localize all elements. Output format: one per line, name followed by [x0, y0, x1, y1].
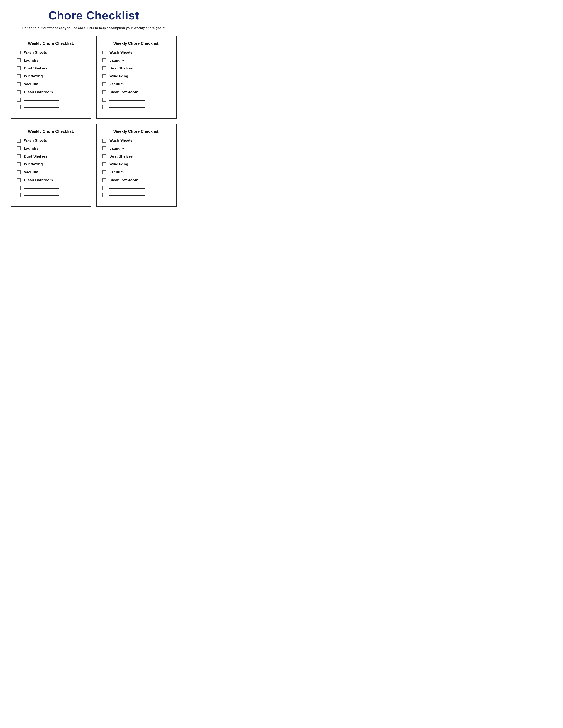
checklist-items-1: Wash Sheets Laundry Dust Shelves Windexi… — [17, 50, 85, 109]
list-item-blank — [102, 98, 171, 102]
list-item: Dust Shelves — [102, 66, 171, 71]
list-item: Windexing — [102, 162, 171, 167]
list-item: Windexing — [102, 74, 171, 79]
list-item: Vacuum — [17, 170, 85, 174]
list-item: Laundry — [17, 146, 85, 151]
list-item: Dust Shelves — [102, 154, 171, 159]
item-label: Clean Bathroom — [109, 178, 138, 182]
item-label: Windexing — [24, 74, 43, 79]
checkbox[interactable] — [102, 74, 106, 78]
checkbox[interactable] — [17, 51, 21, 54]
checkbox[interactable] — [102, 193, 106, 197]
checkbox[interactable] — [17, 186, 21, 190]
list-item: Laundry — [17, 58, 85, 63]
list-item-blank — [102, 193, 171, 197]
card-1-title: Weekly Chore Checklist: — [17, 41, 85, 46]
checkbox[interactable] — [17, 82, 21, 86]
checkbox[interactable] — [17, 90, 21, 94]
checkbox[interactable] — [102, 51, 106, 54]
item-label: Windexing — [109, 74, 128, 79]
checkbox[interactable] — [102, 146, 106, 150]
card-2-title: Weekly Chore Checklist: — [102, 41, 171, 46]
checklist-card-3: Weekly Chore Checklist: Wash Sheets Laun… — [11, 124, 91, 207]
page-title: Chore Checklist — [11, 9, 177, 22]
checkbox[interactable] — [17, 178, 21, 182]
list-item: Vacuum — [17, 82, 85, 86]
list-item: Clean Bathroom — [102, 178, 171, 182]
checklists-grid: Weekly Chore Checklist: Wash Sheets Laun… — [11, 36, 177, 207]
item-label: Dust Shelves — [109, 154, 133, 159]
checkbox[interactable] — [17, 98, 21, 102]
list-item: Wash Sheets — [102, 50, 171, 55]
list-item-blank — [17, 186, 85, 190]
checkbox[interactable] — [17, 162, 21, 166]
list-item-blank — [102, 186, 171, 190]
blank-line — [109, 195, 145, 196]
blank-line — [24, 100, 59, 101]
item-label: Dust Shelves — [24, 66, 47, 71]
item-label: Dust Shelves — [24, 154, 47, 159]
list-item: Laundry — [102, 58, 171, 63]
checklist-card-4: Weekly Chore Checklist: Wash Sheets Laun… — [96, 124, 177, 207]
blank-line — [24, 188, 59, 189]
checkbox[interactable] — [102, 162, 106, 166]
item-label: Clean Bathroom — [24, 178, 53, 182]
checkbox[interactable] — [102, 186, 106, 190]
checkbox[interactable] — [17, 74, 21, 78]
list-item: Vacuum — [102, 82, 171, 86]
list-item: Clean Bathroom — [17, 178, 85, 182]
blank-line — [24, 195, 59, 196]
item-label: Laundry — [109, 58, 124, 63]
checkbox[interactable] — [102, 178, 106, 182]
card-4-title: Weekly Chore Checklist: — [102, 129, 171, 134]
list-item: Clean Bathroom — [102, 90, 171, 94]
checkbox[interactable] — [17, 193, 21, 197]
item-label: Laundry — [24, 146, 39, 151]
list-item: Vacuum — [102, 170, 171, 174]
list-item: Windexing — [17, 162, 85, 167]
list-item-blank — [102, 105, 171, 109]
item-label: Wash Sheets — [24, 138, 47, 143]
checkbox[interactable] — [17, 105, 21, 109]
checklist-items-2: Wash Sheets Laundry Dust Shelves Windexi… — [102, 50, 171, 109]
list-item: Wash Sheets — [17, 138, 85, 143]
item-label: Dust Shelves — [109, 66, 133, 71]
checkbox[interactable] — [17, 170, 21, 174]
blank-line — [109, 107, 145, 108]
item-label: Laundry — [109, 146, 124, 151]
list-item: Wash Sheets — [17, 50, 85, 55]
checkbox[interactable] — [102, 98, 106, 102]
list-item-blank — [17, 193, 85, 197]
item-label: Wash Sheets — [24, 50, 47, 55]
list-item: Dust Shelves — [17, 154, 85, 159]
item-label: Laundry — [24, 58, 39, 63]
checkbox[interactable] — [102, 139, 106, 143]
checkbox[interactable] — [102, 90, 106, 94]
blank-line — [24, 107, 59, 108]
checkbox[interactable] — [17, 154, 21, 158]
checkbox[interactable] — [17, 66, 21, 70]
list-item-blank — [17, 105, 85, 109]
item-label: Clean Bathroom — [109, 90, 138, 94]
checklist-card-1: Weekly Chore Checklist: Wash Sheets Laun… — [11, 36, 91, 119]
checkbox[interactable] — [102, 58, 106, 62]
list-item: Windexing — [17, 74, 85, 79]
checkbox[interactable] — [102, 82, 106, 86]
list-item: Clean Bathroom — [17, 90, 85, 94]
item-label: Wash Sheets — [109, 50, 132, 55]
item-label: Windexing — [24, 162, 43, 167]
checkbox[interactable] — [17, 139, 21, 143]
checkbox[interactable] — [17, 58, 21, 62]
item-label: Clean Bathroom — [24, 90, 53, 94]
checkbox[interactable] — [102, 154, 106, 158]
list-item-blank — [17, 98, 85, 102]
list-item: Laundry — [102, 146, 171, 151]
item-label: Vacuum — [24, 82, 38, 86]
checkbox[interactable] — [17, 146, 21, 150]
page-subtitle: Print and cut out these easy to use chec… — [11, 26, 177, 30]
checkbox[interactable] — [102, 66, 106, 70]
blank-line — [109, 100, 145, 101]
checkbox[interactable] — [102, 105, 106, 109]
checkbox[interactable] — [102, 170, 106, 174]
blank-line — [109, 188, 145, 189]
